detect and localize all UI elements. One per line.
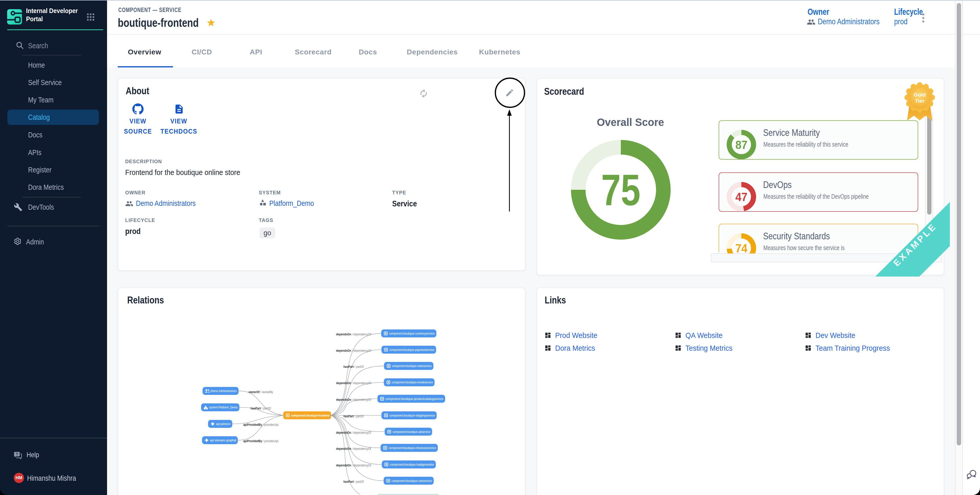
svg-text:api:petstore: api:petstore [216,422,231,426]
svg-text:Tier: Tier [915,98,924,104]
svg-text:component:boutique-adservice: component:boutique-adservice [392,430,430,434]
svg-text:dependsOn / dependencyOf: dependsOn / dependencyOf [336,431,371,435]
svg-text:hasPart / partOf: hasPart / partOf [251,406,271,410]
svg-text:dependsOn / dependencyOf: dependsOn / dependencyOf [336,332,371,336]
svg-text:component:boutique-paymentserv: component:boutique-paymentservice [389,348,434,352]
svg-text:?: ? [16,452,18,456]
svg-text:apiProvidedBy / providesApi: apiProvidedBy / providesApi [243,423,278,427]
svg-text:component:boutique-emailservic: component:boutique-emailservice [392,380,433,384]
svg-text:dependsOn / dependencyOf: dependsOn / dependencyOf [336,381,371,385]
svg-text:dependsOn / dependencyOf: dependsOn / dependencyOf [336,447,371,450]
svg-text:dependsOn / dependencyOf: dependsOn / dependencyOf [336,349,371,352]
svg-text:component:boutique-frontend: component:boutique-frontend [291,414,329,417]
svg-text:ownerOf / ownedBy: ownerOf / ownedBy [248,390,273,394]
svg-text:hasPart / partOf: hasPart / partOf [344,414,364,418]
svg-text:apiProvidedBy / providesApi: apiProvidedBy / providesApi [243,439,278,443]
svg-text:component:boutique-loadgenerat: component:boutique-loadgenerator [390,463,434,466]
svg-text:dependsOn / dependencyOf: dependsOn / dependencyOf [336,463,371,467]
svg-text:dependsOn / dependencyOf: dependsOn / dependencyOf [336,398,371,401]
svg-text:hasPart / partOf: hasPart / partOf [344,480,364,484]
svg-text:component:boutique-currencyser: component:boutique-currencyservice [389,331,434,335]
svg-text:hasPart / partOf: hasPart / partOf [344,365,364,369]
svg-text:component:boutique-shippingser: component:boutique-shippingservice [389,414,435,417]
svg-text:system:Platform_Demo: system:Platform_Demo [209,405,238,409]
svg-text:component:boutique-productcata: component:boutique-productcatalogservice [385,397,444,401]
svg-text:Demo Administrators: Demo Administrators [210,389,237,393]
svg-text:component:boutique-checkoutser: component:boutique-checkoutservice [388,446,436,450]
svg-text:47: 47 [735,190,747,204]
svg-text:api:starwars-graphql: api:starwars-graphql [210,438,236,442]
svg-text:component:boutique-redisservic: component:boutique-redisservice [392,364,431,368]
svg-text:74: 74 [735,241,747,254]
svg-text:Gold: Gold [913,92,926,97]
svg-text:component:boutique-cartservice: component:boutique-cartservice [391,479,432,483]
svg-text:75: 75 [601,165,641,214]
svg-text:87: 87 [735,138,747,151]
